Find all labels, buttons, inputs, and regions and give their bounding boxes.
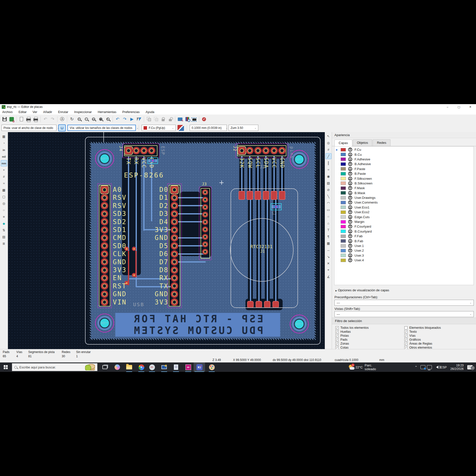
pin-pad[interactable]: [125, 147, 132, 154]
filter-checkbox[interactable]: ✓: [335, 338, 339, 341]
filter-checkbox[interactable]: ✓: [404, 334, 408, 337]
draw-circle-button[interactable]: ○: [326, 213, 331, 219]
menu-editar[interactable]: Editar: [19, 110, 27, 114]
pin-pad[interactable]: [203, 249, 208, 254]
layer-color-swatch[interactable]: [341, 239, 346, 243]
layer-visibility-eye-icon[interactable]: [348, 191, 352, 195]
layer-visibility-eye-icon[interactable]: [348, 167, 352, 171]
layer-visibility-eye-icon[interactable]: [348, 224, 352, 229]
layer-visibility-eye-icon[interactable]: [348, 152, 352, 157]
zoom-selection-button[interactable]: ↖: [104, 116, 111, 123]
menu-ver[interactable]: Ver: [32, 110, 37, 114]
footprint-editor-button[interactable]: [191, 116, 198, 123]
via-sketch-mode-button[interactable]: ○: [1, 207, 7, 213]
layer-row-user.comments[interactable]: User.Comments: [334, 200, 474, 205]
layer-row-f.mask[interactable]: F.Mask: [334, 186, 474, 190]
unlock-button[interactable]: [167, 116, 174, 123]
plot-button[interactable]: [32, 116, 39, 123]
zoom-fit-objects-button[interactable]: ▣: [97, 116, 104, 123]
via[interactable]: [132, 273, 136, 277]
add-rule-area-button[interactable]: ⊘: [326, 187, 331, 193]
layer-color-swatch[interactable]: [341, 172, 346, 176]
filter-item[interactable]: ✓Pads: [335, 338, 404, 342]
draw-rectangle-button[interactable]: ▭: [326, 207, 331, 213]
pin-pad[interactable]: [271, 147, 277, 154]
taskbar-app-pcb-3d-viewer[interactable]: 3D: [182, 362, 194, 372]
measure-tool-button[interactable]: ∡: [326, 274, 331, 280]
taskbar-app-chrome[interactable]: [136, 362, 147, 372]
pin-pad[interactable]: [171, 267, 178, 273]
pin-pad[interactable]: [203, 212, 208, 217]
layer-row-user.1[interactable]: User.1: [334, 243, 474, 248]
close-button[interactable]: ✕: [465, 104, 476, 110]
layer-visibility-eye-icon[interactable]: [348, 196, 352, 200]
capacitor-c2[interactable]: [271, 203, 282, 210]
layer-visibility-eye-icon[interactable]: [348, 186, 352, 190]
layer-color-swatch[interactable]: [341, 215, 346, 219]
add-dimension-button[interactable]: ↔: [326, 247, 331, 253]
pad-sketch-mode-button[interactable]: ◎: [1, 200, 7, 207]
tray-expand-chevron-icon[interactable]: ⌃: [415, 362, 417, 372]
pin-pad[interactable]: [203, 190, 208, 195]
pcb-canvas[interactable]: REF**REF**REF**REF**A0D0RSVD1RSVD2SD3D3S…: [8, 132, 325, 349]
pin-pad[interactable]: [203, 219, 208, 225]
layer-visibility-eye-icon[interactable]: [348, 177, 352, 181]
layer-row-f.fab[interactable]: F.Fab: [334, 234, 474, 238]
layer-visibility-eye-icon[interactable]: [348, 205, 352, 209]
zoom-out-button[interactable]: −: [83, 116, 90, 123]
layer-row-f.adhesive[interactable]: F.Adhesive: [334, 157, 474, 162]
selected-back-text[interactable]: ESP - RTC HAT FORPDU CUSTOM SYSTEM: [115, 313, 280, 337]
cursor-shape-button[interactable]: +: [1, 167, 7, 173]
layer-row-edge.cuts[interactable]: Edge.Cuts: [334, 214, 474, 219]
layer-row-b.courtyard[interactable]: B.Courtyard: [334, 229, 474, 234]
weather-widget[interactable]: 3 22°C Parc. soleado: [349, 362, 378, 372]
local-ratsnest-tool-button[interactable]: #: [326, 147, 331, 152]
layer-visibility-eye-icon[interactable]: [348, 162, 352, 166]
zone-outline-mode-button[interactable]: ▢: [1, 194, 7, 200]
menu-herramientas[interactable]: Herramientas: [98, 110, 116, 114]
route-differential-pairs-button[interactable]: ║: [326, 160, 331, 166]
layer-row-user.2[interactable]: User.2: [334, 248, 474, 253]
pin-pad[interactable]: [203, 205, 208, 210]
ungroup-button[interactable]: [152, 116, 159, 123]
layer-visibility-eye-icon[interactable]: [348, 181, 352, 185]
grid-dropdown[interactable]: 0.1000 mm (0.0039 in)⌄: [190, 125, 227, 131]
filter-checkbox[interactable]: [404, 326, 408, 329]
footprint-library-browser-button[interactable]: [184, 116, 191, 123]
units-mils-button[interactable]: mil: [1, 153, 7, 160]
layer-row-f.silkscreen[interactable]: F.Silkscreen: [334, 176, 474, 181]
pin-pad[interactable]: [101, 194, 108, 201]
undo-button[interactable]: ↶: [42, 116, 49, 123]
layer-presets-button[interactable]: ▤: [1, 234, 7, 240]
add-via-button[interactable]: ◉: [326, 173, 331, 179]
filter-checkbox[interactable]: ✓: [335, 334, 339, 337]
pin-pad[interactable]: [101, 202, 108, 209]
layer-color-swatch[interactable]: [341, 235, 346, 238]
layer-visibility-eye-icon[interactable]: [348, 244, 352, 248]
taskbar-app-notepad[interactable]: [170, 362, 182, 372]
minimize-button[interactable]: –: [442, 104, 453, 110]
add-filled-zone-button[interactable]: ▧: [326, 180, 331, 186]
taskbar-app-remote-desktop[interactable]: [158, 362, 170, 372]
filter-checkbox[interactable]: ✓: [404, 330, 408, 333]
pin-pad[interactable]: [255, 147, 261, 154]
layer-color-swatch[interactable]: [341, 259, 346, 262]
pin-pad[interactable]: [101, 275, 108, 281]
route-tracks-tool-button[interactable]: ╱: [326, 153, 331, 159]
pin-pad[interactable]: [171, 218, 178, 225]
pin-pad[interactable]: [279, 147, 285, 154]
via-size-icon[interactable]: ⊔: [58, 124, 66, 131]
layer-color-swatch[interactable]: [341, 167, 346, 171]
filter-item[interactable]: Elementos bloqueados: [404, 326, 473, 330]
filter-item[interactable]: ✓Pistas: [335, 334, 404, 338]
layer-row-margin[interactable]: Margin: [334, 219, 474, 224]
presets-dropdown[interactable]: ---⌄: [334, 300, 474, 306]
pin-pad[interactable]: [101, 283, 108, 289]
silkscreen-text-usb[interactable]: USB: [133, 301, 144, 307]
filter-checkbox[interactable]: ✓: [335, 342, 339, 345]
pin-pad[interactable]: [171, 227, 178, 233]
layer-row-user.drawings[interactable]: User.Drawings: [334, 195, 474, 200]
add-table-button[interactable]: ▦: [326, 240, 331, 246]
pin-pad[interactable]: [101, 242, 108, 249]
layer-color-swatch[interactable]: [341, 196, 346, 200]
